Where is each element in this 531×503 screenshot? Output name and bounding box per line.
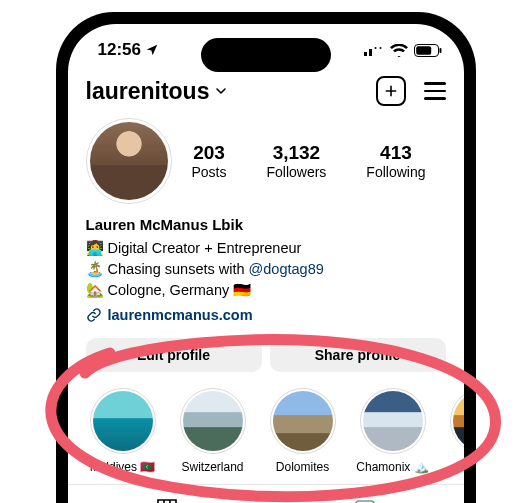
location-icon (145, 43, 159, 57)
menu-button[interactable] (424, 82, 446, 100)
highlight-label: Switzerland (176, 460, 250, 474)
profile-avatar[interactable] (86, 118, 172, 204)
highlight-thumb (93, 391, 153, 451)
edit-profile-button[interactable]: Edit profile (86, 338, 262, 372)
wifi-icon (390, 44, 408, 57)
bio-line-3: 🏡 Cologne, Germany 🇩🇪 (86, 280, 446, 301)
svg-rect-5 (416, 46, 431, 55)
tagged-icon (353, 498, 377, 503)
bio: Lauren McManus Lbik 👩‍💻 Digital Creator … (68, 212, 464, 338)
tab-grid[interactable] (68, 485, 266, 503)
svg-rect-6 (439, 48, 441, 53)
highlight-thumb (453, 391, 464, 451)
stat-followers[interactable]: 3,132 Followers (266, 142, 326, 180)
highlight-item[interactable]: Chamonix 🏔️ (356, 388, 430, 474)
story-highlights: Maldives 🇲🇻SwitzerlandDolomitesChamonix … (68, 386, 464, 480)
share-profile-button[interactable]: Share profile (270, 338, 446, 372)
svg-point-2 (374, 47, 376, 49)
highlight-label: Dolomites (266, 460, 340, 474)
highlight-item[interactable]: Escon (446, 388, 464, 474)
display-name: Lauren McManus Lbik (86, 214, 446, 236)
svg-rect-1 (369, 49, 372, 56)
tab-tagged[interactable] (266, 485, 464, 503)
profile-tabs (68, 484, 464, 503)
stat-following[interactable]: 413 Following (366, 142, 425, 180)
grid-icon (155, 497, 179, 503)
phone-frame: 12:56 laurenitous (56, 12, 476, 503)
highlight-ring (360, 388, 426, 454)
stat-posts[interactable]: 203 Posts (191, 142, 226, 180)
screen: 12:56 laurenitous (68, 24, 464, 503)
highlight-ring (90, 388, 156, 454)
highlight-thumb (363, 391, 423, 451)
avatar-image (90, 122, 168, 200)
highlight-label: Maldives 🇲🇻 (86, 460, 160, 474)
highlight-item[interactable]: Switzerland (176, 388, 250, 474)
bio-line-1: 👩‍💻 Digital Creator + Entrepreneur (86, 238, 446, 259)
link-icon (86, 307, 102, 323)
highlight-item[interactable]: Maldives 🇲🇻 (86, 388, 160, 474)
battery-icon (414, 44, 442, 57)
highlight-label: Escon (446, 460, 464, 474)
svg-rect-0 (364, 52, 367, 56)
username: laurenitous (86, 78, 210, 105)
highlight-thumb (183, 391, 243, 451)
highlight-ring (270, 388, 336, 454)
status-time: 12:56 (98, 40, 141, 60)
cellular-icon (364, 44, 384, 56)
highlight-label: Chamonix 🏔️ (356, 460, 430, 474)
bio-mention[interactable]: @dogtag89 (249, 261, 324, 277)
svg-point-3 (379, 47, 381, 49)
bio-link[interactable]: laurenmcmanus.com (86, 305, 446, 326)
username-switcher[interactable]: laurenitous (86, 78, 230, 105)
highlight-thumb (273, 391, 333, 451)
create-button[interactable] (376, 76, 406, 106)
highlight-ring (450, 388, 464, 454)
bio-line-2: 🏝️ Chasing sunsets with @dogtag89 (86, 259, 446, 280)
chevron-down-icon (213, 83, 229, 99)
highlight-item[interactable]: Dolomites (266, 388, 340, 474)
dynamic-island (201, 38, 331, 72)
highlight-ring (180, 388, 246, 454)
plus-icon (383, 83, 399, 99)
